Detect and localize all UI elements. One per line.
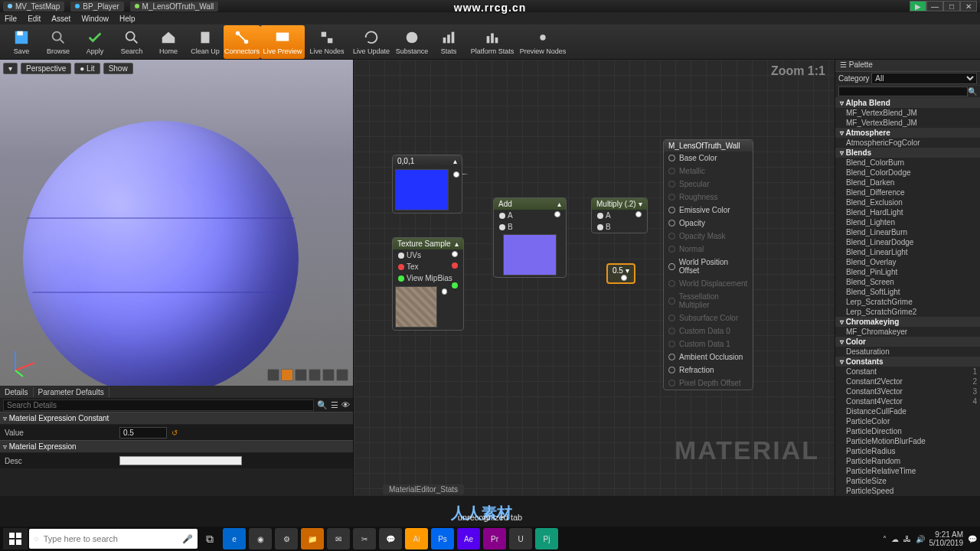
palette-item[interactable]: Constant4Vector4: [835, 396, 980, 406]
palette-item[interactable]: MF_VertexBlend_JM: [835, 118, 980, 128]
stats-tab[interactable]: MaterialEditor_Stats: [383, 484, 464, 494]
viewport-lit[interactable]: ● Lit: [74, 63, 100, 74]
taskbar-app-ps[interactable]: Ps: [431, 528, 454, 549]
tray-onedrive-icon[interactable]: ☁: [891, 535, 899, 543]
palette-item[interactable]: Blend_ColorBurn: [835, 158, 980, 168]
apply-button[interactable]: Apply: [77, 25, 113, 59]
palette-item[interactable]: Constant3Vector3: [835, 386, 980, 396]
menu-window[interactable]: Window: [81, 15, 109, 23]
window-maximize-icon[interactable]: □: [943, 1, 960, 11]
eye-icon[interactable]: 👁: [341, 400, 350, 409]
palette-item[interactable]: ParticleColor: [835, 416, 980, 426]
palette-item[interactable]: ParticleRelativeTime: [835, 466, 980, 476]
collapse-icon[interactable]: ▴: [453, 157, 457, 165]
material-graph[interactable]: Zoom 1:1 MATERIAL 0,0,1▴ Texture Sample▴…: [354, 60, 835, 496]
viewport-3d[interactable]: ▾ Perspective ● Lit Show: [0, 60, 353, 386]
tab-parameter-defaults[interactable]: Parameter Defaults: [34, 387, 109, 397]
value-input[interactable]: [119, 427, 167, 439]
search-button[interactable]: Search: [113, 25, 150, 59]
taskbar-app-edge[interactable]: e: [223, 528, 246, 549]
search-icon[interactable]: 🔍: [317, 400, 328, 410]
palette-item[interactable]: ParticleMotionBlurFade: [835, 436, 980, 446]
live-preview-button[interactable]: Live Preview: [260, 25, 305, 59]
search-icon[interactable]: 🔍: [968, 87, 977, 96]
substance-button[interactable]: Substance: [394, 25, 430, 59]
palette-list[interactable]: ▿ Alpha BlendMF_VertexBlend_JMMF_VertexB…: [835, 98, 980, 496]
window-close-icon[interactable]: ✕: [960, 1, 977, 11]
stats-button[interactable]: Stats: [430, 25, 467, 59]
palette-item[interactable]: Blend_ColorDodge: [835, 168, 980, 178]
menu-file[interactable]: File: [5, 15, 17, 23]
viewport-perspective[interactable]: Perspective: [21, 63, 71, 74]
palette-item[interactable]: Lerp_ScratchGrime: [835, 297, 980, 307]
palette-item[interactable]: Blend_Exclusion: [835, 197, 980, 207]
tab-details[interactable]: Details: [0, 387, 34, 397]
node-scalar[interactable]: 0.5 ▾: [606, 263, 635, 284]
start-button[interactable]: [3, 528, 28, 549]
section-expression[interactable]: ▿ Material Expression: [0, 440, 353, 453]
palette-category[interactable]: ▿ Color: [835, 337, 980, 347]
category-select[interactable]: All: [871, 73, 977, 84]
palette-item[interactable]: Blend_Overlay: [835, 257, 980, 267]
node-texture-sample[interactable]: Texture Sample▴ UVs Tex View MipBias: [392, 237, 464, 331]
reset-icon[interactable]: ↺: [172, 429, 178, 437]
palette-item[interactable]: Blend_HardLight: [835, 207, 980, 217]
node-constant3[interactable]: 0,0,1▴: [392, 155, 462, 214]
taskbar-app-pr[interactable]: Pr: [483, 528, 506, 549]
tray-volume-icon[interactable]: 🔊: [916, 535, 925, 543]
palette-item[interactable]: Blend_LinearBurn: [835, 227, 980, 237]
taskbar-app-ue[interactable]: U: [509, 528, 532, 549]
palette-category[interactable]: ▿ Chromakeying: [835, 317, 980, 327]
palette-item[interactable]: Constant2Vector2: [835, 377, 980, 386]
palette-item[interactable]: ParticleDirection: [835, 426, 980, 436]
palette-item[interactable]: Blend_Screen: [835, 277, 980, 287]
palette-item[interactable]: ParticleSpeed: [835, 486, 980, 496]
palette-item[interactable]: Lerp_ScratchGrime2: [835, 307, 980, 317]
collapse-icon[interactable]: ▴: [557, 200, 561, 208]
home-button[interactable]: Home: [150, 25, 187, 59]
taskbar-app-snip[interactable]: ✂: [353, 528, 376, 549]
palette-item[interactable]: Blend_Difference: [835, 187, 980, 197]
palette-item[interactable]: Blend_SoftLight: [835, 287, 980, 297]
filter-icon[interactable]: ☰: [331, 400, 338, 410]
browse-button[interactable]: Browse: [40, 25, 77, 59]
palette-item[interactable]: Desaturation: [835, 347, 980, 357]
palette-item[interactable]: Blend_Lighten: [835, 217, 980, 227]
pin-ao[interactable]: Ambient Occlusion: [664, 350, 753, 364]
palette-item[interactable]: ParticleRadius: [835, 446, 980, 456]
taskbar-app-chrome[interactable]: ◉: [249, 528, 272, 549]
mic-icon[interactable]: 🎤: [182, 534, 193, 544]
menu-help[interactable]: Help: [119, 15, 136, 23]
palette-item[interactable]: MF_VertexBlend_JM: [835, 108, 980, 118]
shape-sphere-icon[interactable]: [281, 369, 293, 381]
palette-search-input[interactable]: [838, 86, 968, 96]
tab-bpplayer[interactable]: BP_Player: [70, 2, 123, 11]
connectors-button[interactable]: Connectors: [224, 25, 260, 59]
taskbar-search[interactable]: ○ 🎤: [29, 529, 198, 549]
palette-item[interactable]: ParticleSize: [835, 476, 980, 486]
palette-item[interactable]: AtmosphericFogColor: [835, 138, 980, 148]
desc-input[interactable]: [119, 456, 242, 465]
viewport-menu-icon[interactable]: ▾: [3, 63, 18, 74]
window-minimize-icon[interactable]: —: [926, 1, 943, 11]
palette-category[interactable]: ▿ Alpha Blend: [835, 98, 980, 108]
palette-item[interactable]: Blend_PinLight: [835, 267, 980, 277]
tray-network-icon[interactable]: 🖧: [903, 535, 911, 543]
shape-cube-icon[interactable]: [309, 369, 321, 381]
details-search-input[interactable]: [3, 399, 314, 411]
taskbar-app-chat[interactable]: 💬: [379, 528, 402, 549]
taskbar-app-proj[interactable]: Pj: [535, 528, 558, 549]
shape-custom-icon[interactable]: [336, 369, 348, 381]
palette-category[interactable]: ▿ Blends: [835, 148, 980, 158]
taskbar-app-ai[interactable]: Ai: [405, 528, 428, 549]
palette-item[interactable]: MF_Chromakeyer: [835, 327, 980, 337]
node-multiply[interactable]: Multiply (.2)▾ A B: [591, 197, 648, 233]
menu-edit[interactable]: Edit: [28, 15, 41, 23]
cleanup-button[interactable]: Clean Up: [187, 25, 224, 59]
palette-category[interactable]: ▿ Constants: [835, 357, 980, 367]
shape-teapot-icon[interactable]: [322, 369, 335, 381]
task-view-icon[interactable]: ⧉: [199, 528, 220, 549]
pin-emissive[interactable]: Emissive Color: [664, 204, 753, 217]
palette-item[interactable]: Blend_LinearDodge: [835, 237, 980, 247]
taskbar-app-ae[interactable]: Ae: [457, 528, 480, 549]
